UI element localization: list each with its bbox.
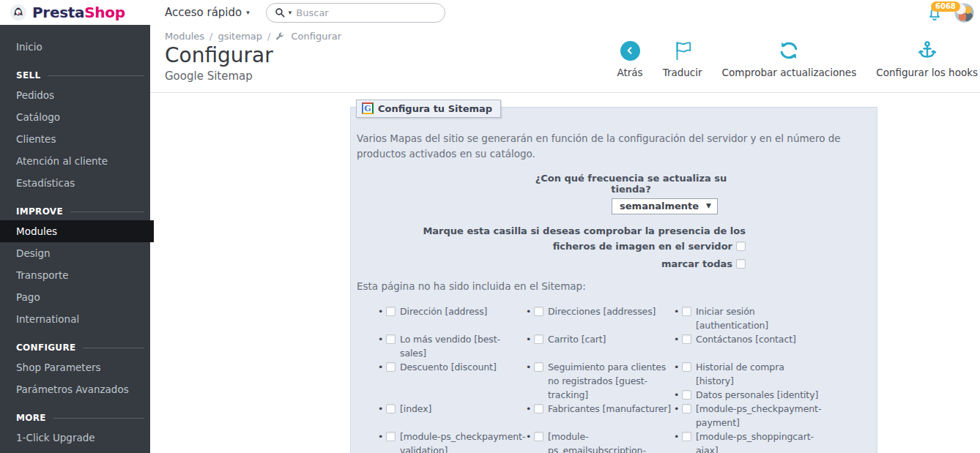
sitemap-pages-cell: •Fabricantes [manufacturer] (526, 402, 674, 430)
topbar-right: 6068 (927, 1, 980, 23)
breadcrumb-separator: / (209, 31, 212, 42)
translate-button[interactable]: Traducir (663, 40, 702, 78)
page-checkbox[interactable] (386, 432, 396, 441)
sitemap-pages-row: •[index]•Fabricantes [manufacturer]•[mod… (378, 402, 866, 430)
sitemap-pages-cell: •[module-ps_shoppingcart-ajax]•[module-p… (674, 430, 822, 453)
page-checkbox[interactable] (682, 362, 691, 372)
sitemap-pages-cell: •Carrito [cart] (526, 332, 674, 360)
image-check-checkbox[interactable] (736, 242, 746, 251)
page-checkbox[interactable] (682, 404, 691, 413)
sitemap-page-item: •[module-ps_checkpayment-validation] (378, 430, 526, 453)
search-scope-caret-icon[interactable]: ▾ (289, 9, 292, 16)
page-checkbox[interactable] (682, 307, 691, 316)
page-checkbox[interactable] (534, 307, 543, 316)
page-checkbox[interactable] (386, 334, 396, 344)
bullet-icon: • (526, 304, 532, 318)
bullet-icon: • (526, 332, 532, 346)
sidebar-item-1-click-upgrade[interactable]: 1-Click Upgrade (0, 427, 150, 449)
breadcrumb-gsitemap[interactable]: gsitemap (218, 31, 262, 42)
page-checkbox[interactable] (682, 334, 691, 344)
search-bar[interactable]: ▾ (266, 3, 445, 23)
anchor-icon (917, 40, 938, 61)
page-label: Dirección [address] (400, 304, 526, 318)
sitemap-page-item: •Fabricantes [manufacturer] (526, 402, 674, 416)
check-all-checkbox[interactable] (736, 259, 746, 269)
bullet-icon: • (674, 430, 680, 443)
sidebar-item-estadisticas[interactable]: Estadísticas (0, 172, 150, 194)
image-check-label: Marque esta casilla si deseas comprobar … (403, 223, 746, 255)
page-label: [module-ps_emailsubscription-verificatio… (548, 430, 674, 453)
sidebar-item-pedidos[interactable]: Pedidos (0, 84, 150, 106)
page-checkbox[interactable] (682, 390, 691, 400)
configure-hooks-button-label: Configurar los hooks (876, 67, 978, 78)
bullet-icon: • (378, 430, 385, 443)
page-checkbox[interactable] (534, 432, 543, 441)
sidebar-item-parametros-avanzados[interactable]: Parámetros Avanzados (0, 378, 150, 400)
sidebar-item-transporte[interactable]: Transporte (0, 264, 150, 286)
frequency-select-row: semanalmente ▼ (403, 198, 746, 214)
page-label: Direcciones [addresses] (548, 304, 674, 318)
page-label: Descuento [discount] (400, 360, 526, 374)
sitemap-page-item: •[index] (378, 402, 526, 416)
sitemap-pages-cell: •Seguimiento para clientes no registrado… (526, 360, 674, 402)
bullet-icon: • (378, 304, 385, 318)
page-checkbox[interactable] (682, 432, 691, 441)
sitemap-pages-cell: •[index] (378, 402, 526, 430)
main-content: Modules / gsitemap / Configurar Configur… (150, 25, 980, 453)
sidebar-item-inicio[interactable]: Inicio (0, 36, 150, 58)
notification-badge: 6068 (931, 1, 960, 12)
bullet-icon: • (674, 360, 680, 374)
sidebar-section-improve: IMPROVE (0, 206, 150, 217)
page-checkbox[interactable] (386, 404, 396, 413)
sidebar-item-shop-parameters[interactable]: Shop Parameters (0, 356, 150, 378)
frequency-select[interactable]: semanalmente ▼ (612, 198, 718, 214)
search-input[interactable] (294, 7, 437, 19)
sidebar-item-international[interactable]: International (0, 308, 150, 330)
configure-hooks-button[interactable]: Configurar los hooks (876, 40, 978, 78)
bullet-icon: • (378, 360, 385, 374)
sidebar-item-design[interactable]: Design (0, 242, 150, 264)
breadcrumb-configurar: Configurar (291, 31, 341, 42)
sidebar-nav: Inicio SELL Pedidos Catálogo Clientes At… (0, 25, 150, 453)
notifications-button[interactable]: 6068 (927, 4, 944, 23)
page-label: Contáctanos [contact] (696, 332, 822, 346)
sitemap-config-panel: G Configura tu Sitemap Varios Mapas del … (350, 107, 877, 453)
sitemap-pages-cell: •[module-ps_checkpayment-payment] (674, 402, 822, 430)
sitemap-page-item: •Contáctanos [contact] (674, 332, 822, 346)
page-checkbox[interactable] (386, 362, 396, 372)
sitemap-pages-cell: •Direcciones [addresses] (526, 304, 674, 332)
flag-icon (672, 40, 694, 61)
frequency-select-value: semanalmente (620, 201, 699, 211)
sidebar-item-pago[interactable]: Pago (0, 286, 150, 308)
select-caret-icon: ▼ (706, 202, 711, 209)
back-button-label: Atrás (617, 67, 643, 78)
prestashop-logo[interactable]: PrestaShop (0, 4, 150, 21)
breadcrumb-modules[interactable]: Modules (165, 31, 204, 42)
check-updates-button[interactable]: Comprobar actualizaciones (722, 40, 857, 78)
page-checkbox[interactable] (534, 334, 543, 344)
bullet-icon: • (674, 304, 680, 318)
check-updates-button-label: Comprobar actualizaciones (722, 67, 857, 78)
pages-intro-text: Esta página no ha sido incluida en el Si… (357, 280, 866, 292)
quick-access-dropdown[interactable]: Acceso rápido ▾ (165, 6, 250, 19)
sitemap-pages-cell: •Dirección [address] (378, 304, 526, 332)
search-icon (274, 7, 286, 18)
sidebar-item-atencion-al-cliente[interactable]: Atención al cliente (0, 150, 150, 172)
sidebar-item-catalogo[interactable]: Catálogo (0, 106, 150, 128)
wrench-icon (275, 32, 284, 41)
bullet-icon: • (526, 402, 532, 416)
back-button[interactable]: Atrás (617, 40, 643, 78)
page-checkbox[interactable] (534, 404, 543, 413)
sitemap-pages-cell: •Contáctanos [contact] (674, 332, 822, 360)
sitemap-page-item: •Lo más vendido [best-sales] (378, 332, 526, 360)
bullet-icon: • (674, 388, 680, 402)
page-label: [module-ps_shoppingcart-ajax] (696, 430, 822, 453)
sidebar-item-modules[interactable]: Modules (0, 220, 154, 242)
sidebar-item-clientes[interactable]: Clientes (0, 128, 150, 150)
page-label: Datos personales [identity] (696, 388, 822, 402)
logo-text: PrestaShop (32, 4, 125, 21)
page-checkbox[interactable] (534, 362, 543, 372)
page-checkbox[interactable] (386, 307, 396, 316)
page-label: [index] (400, 402, 526, 416)
page-label: [module-ps_checkpayment-validation] (400, 430, 526, 453)
